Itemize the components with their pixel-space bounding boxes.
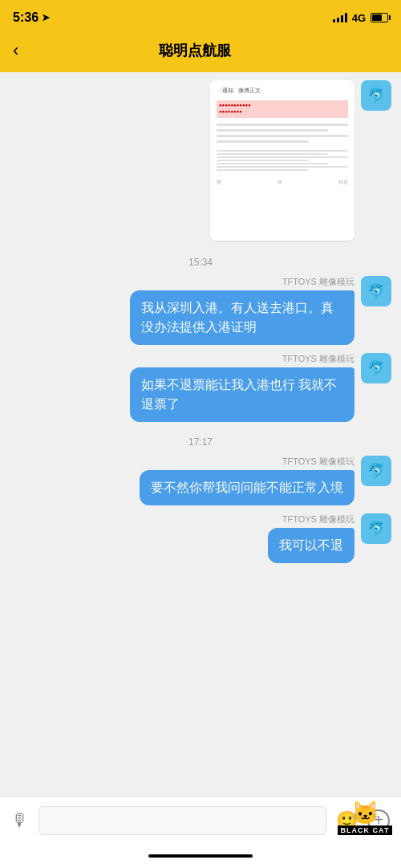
sender-name-4: TFTOYS 雕像模玩 xyxy=(282,513,354,525)
battery-icon xyxy=(371,13,388,22)
avatar-emoji: 🐬 xyxy=(367,87,385,104)
avatar-sent-3: 🐬 xyxy=(361,456,391,486)
cat-icon: 🐱 xyxy=(351,802,379,825)
timestamp-1717: 17:17 xyxy=(10,436,391,448)
watermark: 🐱 BLACK CAT xyxy=(329,797,401,841)
message-input[interactable] xyxy=(38,806,326,835)
message-content: TFTOYS 雕像模玩 我从深圳入港。有人送去港口。真没办法提供入港证明 xyxy=(130,276,354,345)
message-row: 🐬 TFTOYS 雕像模玩 要不然你帮我问问能不能正常入境 xyxy=(10,456,391,505)
message-content-3: TFTOYS 雕像模玩 要不然你帮我问问能不能正常入境 xyxy=(140,456,354,505)
message-row: 🐬 TFTOYS 雕像模玩 我从深圳入港。有人送去港口。真没办法提供入港证明 xyxy=(10,276,391,345)
signal-icon xyxy=(333,13,347,22)
timestamp-1534: 15:34 xyxy=(10,257,391,268)
bubble-3: 要不然你帮我问问能不能正常入境 xyxy=(140,470,354,505)
home-indicator xyxy=(148,854,253,858)
bubble-4: 我可以不退 xyxy=(268,528,354,563)
message-row: 🐬 TFTOYS 雕像模玩 我可以不退 xyxy=(10,513,391,563)
document-message-row: 〈通知 微博正文 ●●●●●●●●●●● ●●●●●●●● xyxy=(10,80,391,241)
home-indicator-area xyxy=(0,844,401,868)
message-content-4: TFTOYS 雕像模玩 我可以不退 xyxy=(268,513,354,563)
time-label: 5:36 xyxy=(13,10,38,25)
avatar-sent-2: 🐬 xyxy=(361,353,391,383)
status-indicators: 4G xyxy=(333,12,388,24)
doc-preview: 〈通知 微博正文 ●●●●●●●●●●● ●●●●●●●● xyxy=(210,80,354,241)
watermark-text: BLACK CAT xyxy=(338,825,393,835)
mic-icon[interactable]: 🎙 xyxy=(11,810,29,831)
status-bar: 5:36 ➤ 4G xyxy=(0,0,401,32)
avatar-sent-4: 🐬 xyxy=(361,513,391,544)
bubble-2: 如果不退票能让我入港也行 我就不退票了 xyxy=(130,367,354,422)
document-bubble: 〈通知 微博正文 ●●●●●●●●●●● ●●●●●●●● xyxy=(210,80,354,241)
message-content-2: TFTOYS 雕像模玩 如果不退票能让我入港也行 我就不退票了 xyxy=(130,353,354,422)
sender-name-3: TFTOYS 雕像模玩 xyxy=(282,456,354,468)
sender-name-2: TFTOYS 雕像模玩 xyxy=(282,353,354,365)
network-type-label: 4G xyxy=(352,12,366,24)
avatar: 🐬 xyxy=(361,80,391,111)
back-button[interactable]: ‹ xyxy=(13,40,18,61)
chat-title: 聪明点航服 xyxy=(25,41,364,60)
sender-name-1: TFTOYS 雕像模玩 xyxy=(282,276,354,288)
chat-area: 〈通知 微博正文 ●●●●●●●●●●● ●●●●●●●● xyxy=(0,72,401,796)
bubble-1: 我从深圳入港。有人送去港口。真没办法提供入港证明 xyxy=(130,290,354,345)
status-time: 5:36 ➤ xyxy=(13,10,50,25)
location-arrow-icon: ➤ xyxy=(42,12,50,23)
message-row: 🐬 TFTOYS 雕像模玩 如果不退票能让我入港也行 我就不退票了 xyxy=(10,353,391,422)
nav-bar: ‹ 聪明点航服 xyxy=(0,32,401,72)
avatar-sent-1: 🐬 xyxy=(361,276,391,306)
